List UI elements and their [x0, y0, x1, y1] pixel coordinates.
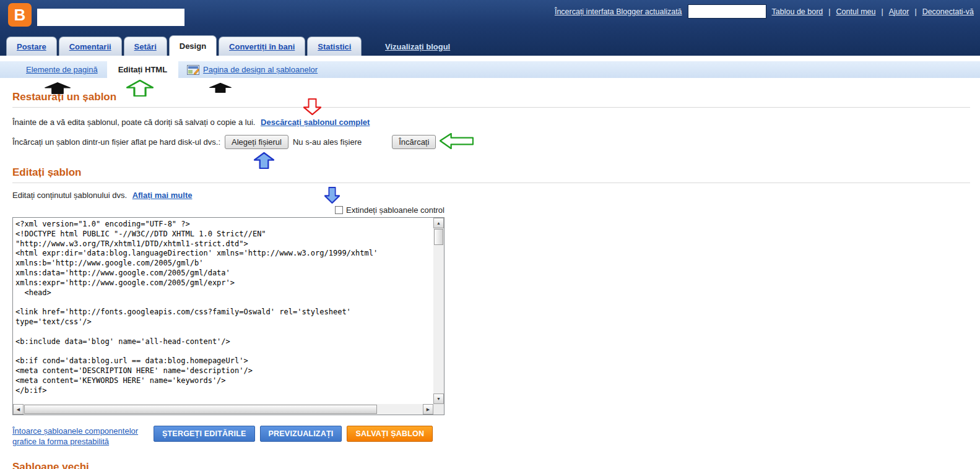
preview-button[interactable]: PREVIZUALIZAȚI	[260, 426, 342, 442]
main-content: Restaurați un șablon Înainte de a vă edi…	[0, 91, 980, 447]
save-template-button[interactable]: SALVAȚI ȘABLON	[347, 426, 433, 442]
restore-intro-text: Înainte de a vă edita șablonul, poate că…	[12, 118, 970, 127]
expand-widgets-label: Extindeți șabloanele control	[346, 205, 444, 215]
blue-up-arrow-choose-file-icon	[254, 152, 274, 169]
old-templates-title-clipped: Șabloane vechi	[12, 461, 89, 469]
learn-more-link[interactable]: Aflați mai multe	[132, 191, 193, 200]
top-header: B Încercați interfața Blogger actualizat…	[0, 0, 980, 56]
scroll-up-icon[interactable]: ▲	[433, 218, 444, 228]
blog-title-box	[37, 9, 184, 26]
help-link[interactable]: Ajutor	[889, 7, 909, 16]
horizontal-scroll-thumb[interactable]	[24, 405, 377, 414]
tab-comentarii[interactable]: Comentarii	[59, 37, 122, 56]
tab-convertiti[interactable]: Convertiți în bani	[219, 37, 305, 56]
subnav-template-designer-link[interactable]: Pagina de design al șabloanelor	[203, 65, 318, 74]
black-up-arrow-page-elements-icon	[45, 82, 71, 94]
red-down-arrow-download-icon	[303, 98, 321, 115]
blue-down-arrow-expand-icon	[324, 187, 340, 204]
separator: |	[881, 7, 883, 16]
scrollbar-corner	[433, 404, 444, 415]
tab-statistici[interactable]: Statistici	[307, 37, 362, 56]
dashboard-link[interactable]: Tablou de bord	[772, 7, 823, 16]
header-search-input[interactable]	[688, 4, 766, 19]
choose-file-button[interactable]: Alegeți fișierul	[225, 135, 288, 149]
header-links: Încercați interfața Blogger actualizată …	[555, 4, 974, 19]
blogger-logo[interactable]: B	[8, 3, 32, 27]
subnav-page-elements-link[interactable]: Elemente de pagină	[26, 65, 98, 74]
main-tabs: Postare Comentarii Setări Design Convert…	[6, 35, 362, 56]
green-left-arrow-upload-icon	[440, 133, 474, 149]
expand-widgets-checkbox[interactable]	[335, 206, 343, 214]
no-file-chosen-text: Nu s-au ales fișiere	[293, 137, 362, 147]
expand-widgets-row: Extindeți șabloanele control	[12, 205, 444, 215]
upload-label: Încărcați un șablon dintr-un fișier afla…	[12, 137, 220, 147]
clear-edits-button[interactable]: ȘTERGEȚI EDITĂRILE	[154, 426, 255, 442]
edit-intro-text: Editați conținutul șablonului dvs. Aflaț…	[12, 191, 970, 200]
editor-actions-row: Întoarce șabloanele componentelor grafic…	[12, 426, 970, 447]
revert-widget-templates-link[interactable]: Întoarce șabloanele componentelor grafic…	[12, 426, 145, 447]
tab-postare[interactable]: Postare	[6, 37, 57, 56]
scroll-down-icon[interactable]: ▼	[433, 394, 444, 404]
tab-design[interactable]: Design	[169, 35, 217, 56]
subnav-edit-html-tab[interactable]: Editați HTML	[107, 61, 178, 78]
try-new-interface-link[interactable]: Încercați interfața Blogger actualizată	[555, 7, 682, 16]
green-up-arrow-edit-html-icon	[126, 80, 154, 97]
divider	[12, 107, 970, 108]
sign-out-link[interactable]: Deconectați-vă	[922, 7, 974, 16]
separator: |	[914, 7, 916, 16]
scroll-right-icon[interactable]: ▶	[423, 404, 433, 415]
view-blog-link[interactable]: Vizualizați blogul	[385, 42, 450, 51]
design-subnav: Elemente de pagină Editați HTML Pagina d…	[0, 61, 980, 78]
template-code-text[interactable]: <?xml version="1.0" encoding="UTF-8" ?> …	[13, 218, 433, 404]
scroll-left-icon[interactable]: ◀	[13, 404, 24, 415]
restore-template-title: Restaurați un șablon	[12, 91, 970, 103]
template-code-editor[interactable]: <?xml version="1.0" encoding="UTF-8" ?> …	[12, 217, 444, 415]
template-designer-icon	[187, 65, 199, 75]
download-full-template-link[interactable]: Descărcați șablonul complet	[261, 118, 370, 127]
my-account-link[interactable]: Contul meu	[836, 7, 876, 16]
black-up-arrow-template-designer-icon	[209, 83, 232, 93]
tab-gap-strip	[0, 56, 980, 61]
vertical-scrollbar[interactable]: ▲ ▼	[433, 218, 444, 404]
upload-button[interactable]: Încărcați	[392, 135, 436, 149]
tab-setari[interactable]: Setări	[124, 37, 167, 56]
separator: |	[828, 7, 830, 16]
vertical-scroll-thumb[interactable]	[434, 229, 443, 245]
upload-template-row: Încărcați un șablon dintr-un fișier afla…	[12, 135, 970, 149]
blogger-logo-letter: B	[14, 6, 26, 25]
horizontal-scrollbar[interactable]: ◀ ▶	[13, 404, 433, 415]
divider	[12, 183, 970, 183]
edit-template-title: Editați șablon	[12, 166, 970, 179]
